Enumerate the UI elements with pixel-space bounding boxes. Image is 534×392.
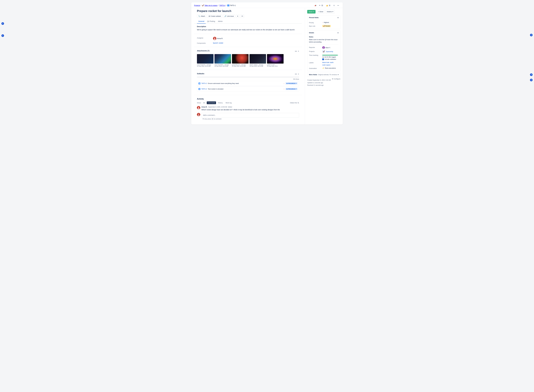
subtasks-section: Subtasks ••• + 0% Done ▣ — [194, 71, 302, 94]
breadcrumb-project-name[interactable]: Take me to space — [204, 5, 217, 6]
details-body: Notes Make sure to send the QA team this… — [307, 35, 340, 71]
megaphone-button[interactable]: 📣 — [314, 4, 317, 7]
reporter-row: Reporter Bran Y. — [309, 46, 339, 50]
done-check-button[interactable]: ✓ Done — [316, 10, 325, 14]
comment-input[interactable]: Add a comment... — [201, 113, 299, 117]
svg-point-3 — [198, 108, 200, 109]
breadcrumb-issue-key: TMTS-1 — [230, 5, 236, 6]
reporter-avatar — [322, 46, 325, 49]
pinned-fields-panel: Pinned fields ∧ Priority ↑ Highest Ep — [307, 15, 340, 29]
include-subtasks-row: ✓ Include subtasks — [322, 58, 339, 60]
label-black-hole[interactable]: black-hole — [322, 61, 329, 63]
attachments-more-button[interactable]: ••• — [295, 50, 297, 52]
description-text: We're going to space! We need to ensure … — [197, 28, 299, 31]
more-fields-label: More fields Original estimate, Fix versi… — [309, 74, 337, 75]
subtask-status[interactable]: IN PROGRESS ▾ — [285, 88, 297, 90]
projects-label: Projects — [309, 50, 321, 52]
configure-link[interactable]: ⚙ Configure — [332, 78, 340, 80]
like-button[interactable]: 👍 1 — [325, 4, 332, 7]
subtasks-progress-bar — [197, 77, 299, 77]
component-launch[interactable]: launch — [213, 42, 218, 44]
epic-badge[interactable]: 🚀 Rocket — [322, 25, 331, 27]
reporter-name: Bran Y. — [325, 47, 330, 49]
add-attachment-button[interactable]: + — [298, 50, 299, 52]
subtasks-more-button[interactable]: ••• — [295, 73, 297, 75]
reporter-label: Reporter — [309, 46, 321, 48]
activity-header: Activity — [197, 98, 299, 100]
watch-count: 1 — [321, 5, 323, 6]
assignee-row: Assignee Anna R. — [197, 36, 299, 41]
breadcrumb-parent-key[interactable]: TMTS-4 — [219, 5, 225, 6]
attachment-item[interactable]: niketh-vellank... ash.jpg 18 Sep 2020, 0… — [250, 54, 266, 67]
svg-point-1 — [214, 39, 216, 40]
include-subtasks-checkbox[interactable]: ✓ — [322, 58, 324, 60]
subtask-status[interactable]: IN PROGRESS ▾ — [285, 82, 297, 84]
label-earth[interactable]: earth — [330, 61, 334, 63]
attachments-header: Attachments (7) ••• + — [197, 50, 299, 53]
details-header[interactable]: Details ∧ — [307, 31, 340, 35]
add-subtask-button[interactable]: + — [298, 73, 299, 75]
pinned-fields-header[interactable]: Pinned fields ∧ — [307, 15, 340, 20]
subtasks-progress-label: 0% Done — [293, 78, 299, 80]
breadcrumb-projects[interactable]: Projects — [194, 5, 200, 6]
comment-author: Anna R. — [201, 106, 207, 108]
annotation-2: 2 — [1, 22, 4, 25]
subtask-type-icon: ▣ — [199, 88, 200, 90]
projects-value: 🚀 Spaceship — [322, 50, 333, 53]
assignee-name: Anna R. — [217, 37, 223, 39]
done-button[interactable]: Done ▾ — [307, 10, 316, 14]
notes-text: Make sure to send the QA team this issue… — [309, 38, 339, 43]
tab-admin[interactable]: Admin — [216, 19, 224, 24]
attachments-grid: nasa-OLij17tU... ash.jpg 18 Sep 2020, 09… — [197, 54, 299, 67]
label-outer-space[interactable]: outer-space — [322, 64, 330, 66]
annotation-5: 5 — [530, 79, 533, 81]
filter-worklog[interactable]: Work log — [225, 101, 232, 104]
comment-item: Anna R. September 8, 2020, 10:09 AM Edit… — [197, 106, 299, 111]
actions-button[interactable]: Actions ▾ — [325, 10, 334, 14]
priority-icon: ↑ — [284, 83, 284, 84]
toolbar: 📎 Attach ⊞ Create subtask 🔗 Link issue ▾… — [194, 14, 302, 19]
subtask-item[interactable]: ▣ TMTS-3 Test rocket in simulator ↑ IN P… — [197, 87, 299, 91]
filter-comments[interactable]: Comments — [207, 101, 216, 104]
toolbar-dropdown-button[interactable]: ▾ — [236, 14, 239, 18]
toolbar-more-button[interactable]: ••• — [240, 14, 244, 18]
comment-avatar — [197, 106, 200, 109]
watch-button[interactable]: 👁 1 — [318, 4, 324, 7]
more-fields-row[interactable]: More fields Original estimate, Fix versi… — [307, 73, 340, 76]
comment-body: Anna R. September 8, 2020, 10:09 AM Edit… — [201, 106, 299, 111]
attach-button[interactable]: 📎 Attach — [197, 14, 206, 18]
component-rocket[interactable]: rocket — [218, 42, 223, 44]
tab-general[interactable]: General — [197, 19, 206, 24]
left-panel: Prepare rocket for launch 📎 Attach ⊞ Cre… — [191, 8, 305, 125]
status-row: Done ▾ ✓ Done Actions ▾ — [307, 10, 340, 14]
fields-section: Assignee Anna R. Components launch roc — [194, 35, 302, 46]
notes-section: Notes Make sure to send the QA team this… — [309, 36, 339, 43]
components-label: Components — [197, 42, 211, 44]
current-user-avatar — [197, 113, 200, 116]
subtask-summary: Ensure astronauts have everything they n… — [208, 83, 239, 84]
priority-label: Priority — [309, 22, 321, 23]
create-subtask-button[interactable]: ⊞ Create subtask — [207, 14, 222, 18]
labels-value: black-hole earth outer-space — [322, 61, 339, 66]
sort-button[interactable]: Oldest first ⇅ — [290, 102, 299, 104]
subtask-item[interactable]: ▣ TMTS-2 Ensure astronauts have everythi… — [197, 81, 299, 86]
subtask-key: TMTS-3 — [201, 88, 207, 90]
attachment-thumb-eclipse — [232, 54, 249, 64]
subtask-type-icon: ▣ — [199, 83, 200, 84]
filter-history[interactable]: History — [217, 101, 223, 104]
priority-icon: ↑ — [322, 22, 323, 23]
attachment-item[interactable]: nasa-OLij17tU... ash.jpg 18 Sep 2020, 09… — [197, 54, 214, 67]
header-bar: Projects / 🚀 Take me to space / TMTS-4 /… — [191, 2, 343, 8]
labels-label: Labels — [309, 61, 321, 64]
tab-qa-testing[interactable]: QA Testing — [206, 19, 216, 24]
attachment-item[interactable]: guillermo-ferl... 18 Sep 2020, 09:4 — [267, 54, 283, 67]
attachments-label: Attachments (7) — [197, 50, 209, 52]
time-tracking-row: Time tracking 2w 3d 4h 48m logged ✓ Incl… — [309, 53, 339, 61]
link-issue-button[interactable]: 🔗 Link issue — [223, 14, 235, 18]
filter-all[interactable]: All — [202, 101, 206, 104]
more-actions-button[interactable]: ••• — [336, 4, 340, 7]
attachment-item[interactable]: ganapathy-ku... ash.jpg 18 Sep 2020, 09:… — [232, 54, 249, 67]
project-link[interactable]: Spaceship — [326, 51, 333, 52]
attachment-item[interactable]: nasa-Q1p7bh3... ash.jpg 18 Sep 2020, 09:… — [214, 54, 231, 67]
share-button[interactable]: ⬆ — [332, 4, 336, 7]
